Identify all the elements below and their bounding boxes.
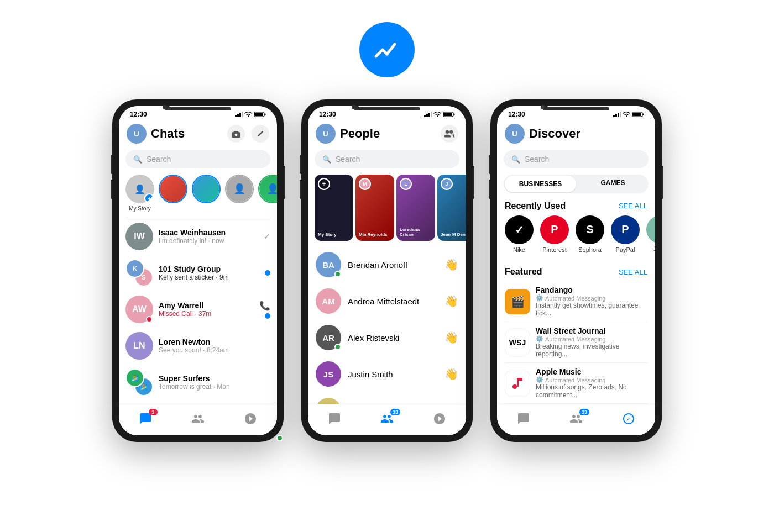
logo-area xyxy=(359,0,415,77)
story-1[interactable] xyxy=(159,175,187,212)
add-friend-button[interactable]: + xyxy=(441,125,458,143)
side-btn-9 xyxy=(489,180,490,199)
edit-button[interactable] xyxy=(252,125,269,143)
signal-icon-3 xyxy=(613,112,621,117)
chats-search-bar[interactable]: 🔍 Search xyxy=(125,150,270,168)
status-icons-2 xyxy=(424,112,455,117)
people-list: BA Brendan Aronoff 👋 AM Andrea Mittelsta… xyxy=(308,246,466,404)
signal-icon-1 xyxy=(235,112,243,117)
flowers-name: 1-800Flow xyxy=(653,246,655,258)
people-item-brendan[interactable]: BA Brendan Aronoff 👋 xyxy=(308,246,466,283)
people-item-justin[interactable]: JS Justin Smith 👋 xyxy=(308,356,466,392)
nav-discover-3[interactable] xyxy=(613,410,644,428)
people-item-julyanne[interactable]: JL Julyanne Liang 👋 xyxy=(308,392,466,404)
brand-sephora[interactable]: S Sephora xyxy=(576,215,604,258)
camera-button[interactable] xyxy=(227,125,245,143)
people-item-andrea[interactable]: AM Andrea Mittelstaedt 👋 xyxy=(308,283,466,319)
svg-rect-8 xyxy=(424,115,426,117)
chat-item-studygroup[interactable]: K S 101 Study Group Kelly sent a sticker… xyxy=(119,255,277,291)
loren-info: Loren Newton See you soon! · 8:24am xyxy=(159,338,270,354)
amy-missed-dot xyxy=(146,316,153,323)
search-icon-3: 🔍 xyxy=(511,155,520,164)
search-icon-1: 🔍 xyxy=(133,155,142,164)
nav-chats-1[interactable]: 3 xyxy=(130,410,161,428)
recently-used-list: ✓ Nike P Pinterest S Sephora P PayPal xyxy=(497,215,655,265)
chats-user-avatar[interactable]: U xyxy=(127,124,147,144)
chat-item-loren[interactable]: LN Loren Newton See you soon! · 8:24am xyxy=(119,328,277,364)
chat-item-amy[interactable]: AW Amy Warrell Missed Call · 37m 📞 xyxy=(119,291,277,328)
jean-story-label: Jean-M Denis xyxy=(441,232,466,238)
nav-chats-2[interactable] xyxy=(319,410,350,428)
brendan-online xyxy=(334,271,341,277)
loredana-story-label: Loredana Crisan xyxy=(400,227,432,238)
nav-badge-people: 33 xyxy=(390,409,400,415)
featured-wsj[interactable]: WSJ Wall Street Journal ⚙️ Automated Mes… xyxy=(505,322,647,363)
discover-search-bar[interactable]: 🔍 Search xyxy=(504,150,649,168)
wsj-type-icon: ⚙️ xyxy=(536,335,543,343)
chat-item-surfers[interactable]: 🏄 🏄 Super Surfers Tomorrow is great · Mo… xyxy=(119,364,277,401)
nav-people-2[interactable]: 33 xyxy=(372,410,402,428)
featured-fandango[interactable]: 🎬 Fandango ⚙️ Automated Messaging Instan… xyxy=(505,281,647,322)
story-3[interactable]: 👤 xyxy=(225,175,254,212)
wsj-desc: Breaking news, investigative reporting..… xyxy=(536,343,647,358)
story-4[interactable]: 👤 xyxy=(258,175,277,212)
discover-search-text: Search xyxy=(525,155,549,164)
brand-nike[interactable]: ✓ Nike xyxy=(505,215,534,258)
tab-games[interactable]: GAMES xyxy=(577,175,649,193)
chats-header-icons xyxy=(227,125,269,143)
apple-music-type: ⚙️ Automated Messaging xyxy=(536,376,647,383)
chat-item-isaac[interactable]: IW Isaac Weinhausen I'm definately in! ·… xyxy=(119,218,277,255)
svg-rect-16 xyxy=(613,115,615,117)
recently-used-see-all[interactable]: SEE ALL xyxy=(619,202,647,210)
phones-container: 12:30 xyxy=(79,99,695,442)
loren-avatar-img: LN xyxy=(125,332,153,360)
story-thumb-loredana[interactable]: Loredana Crisan L xyxy=(396,175,435,241)
featured-see-all[interactable]: SEE ALL xyxy=(619,268,647,276)
fandango-icon: 🎬 xyxy=(505,289,530,314)
svg-rect-25 xyxy=(517,378,522,381)
studygroup-unread-dot xyxy=(265,270,270,276)
featured-list: 🎬 Fandango ⚙️ Automated Messaging Instan… xyxy=(497,281,655,404)
brand-flowers[interactable]: 🌸 1-800Flow xyxy=(646,215,655,258)
svg-point-7 xyxy=(235,133,238,136)
svg-point-23 xyxy=(512,384,517,389)
featured-apple-music[interactable]: Apple Music ⚙️ Automated Messaging Milli… xyxy=(505,363,647,404)
people-search-bar[interactable]: 🔍 Search xyxy=(315,150,459,168)
surfers-name: Super Surfers xyxy=(159,374,270,383)
brand-pinterest[interactable]: P Pinterest xyxy=(540,215,569,258)
story-my[interactable]: 👤 + My Story xyxy=(125,175,154,212)
julyanne-avatar: JL xyxy=(316,398,341,404)
story-2-img xyxy=(193,176,219,202)
discover-tabs: BUSINESSES GAMES xyxy=(504,175,649,193)
nav-discover-1[interactable] xyxy=(235,410,266,428)
story-1-img xyxy=(160,176,186,202)
people-item-alex[interactable]: AR Alex Ristevski 👋 xyxy=(308,319,466,356)
brand-paypal[interactable]: P PayPal xyxy=(611,215,640,258)
side-btn-3 xyxy=(111,180,112,199)
story-thumb-add[interactable]: My Story + xyxy=(315,175,353,241)
nav-discover-2[interactable] xyxy=(424,410,455,428)
recently-used-header: Recently Used SEE ALL xyxy=(497,199,655,215)
people-user-avatar[interactable]: U xyxy=(316,124,336,144)
andrea-wave: 👋 xyxy=(444,294,458,308)
edit-icon xyxy=(257,130,264,138)
story-add-badge: + xyxy=(144,193,154,203)
story-thumb-mia[interactable]: Mia Reynolds M xyxy=(355,175,394,241)
chats-title: Chats xyxy=(151,127,185,141)
loren-avatar: LN xyxy=(125,332,153,360)
nav-chats-3[interactable] xyxy=(508,410,539,428)
story-2[interactable] xyxy=(192,175,221,212)
justin-wave: 👋 xyxy=(444,367,458,381)
people-nav-icon xyxy=(191,412,205,425)
nav-people-3[interactable]: 33 xyxy=(561,410,592,428)
status-time-1: 12:30 xyxy=(130,110,147,118)
story-thumb-jean[interactable]: Jean-M Denis J xyxy=(437,175,466,241)
isaac-preview: I'm definately in! · now xyxy=(159,237,258,245)
brendan-name: Brendan Aronoff xyxy=(348,260,438,270)
side-btn-8 xyxy=(489,155,490,174)
pinterest-icon: P xyxy=(540,215,569,244)
battery-icon-3 xyxy=(632,112,644,117)
discover-user-avatar[interactable]: U xyxy=(505,124,525,144)
tab-businesses[interactable]: BUSINESSES xyxy=(505,176,576,192)
nav-people-1[interactable] xyxy=(182,410,213,428)
